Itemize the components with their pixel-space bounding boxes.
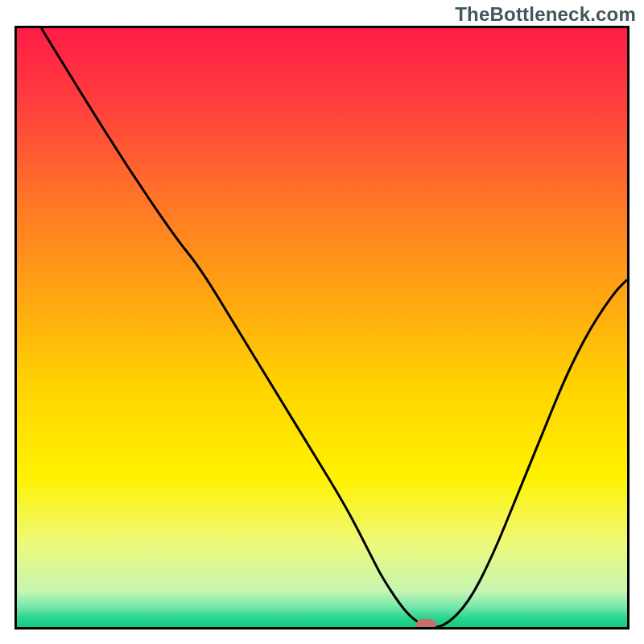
plot-area — [14, 26, 630, 630]
optimum-marker — [416, 619, 436, 630]
chart-container: TheBottleneck.com — [0, 0, 644, 644]
watermark-text: TheBottleneck.com — [455, 3, 636, 26]
gradient-backdrop — [17, 28, 627, 627]
chart-svg — [17, 28, 627, 627]
